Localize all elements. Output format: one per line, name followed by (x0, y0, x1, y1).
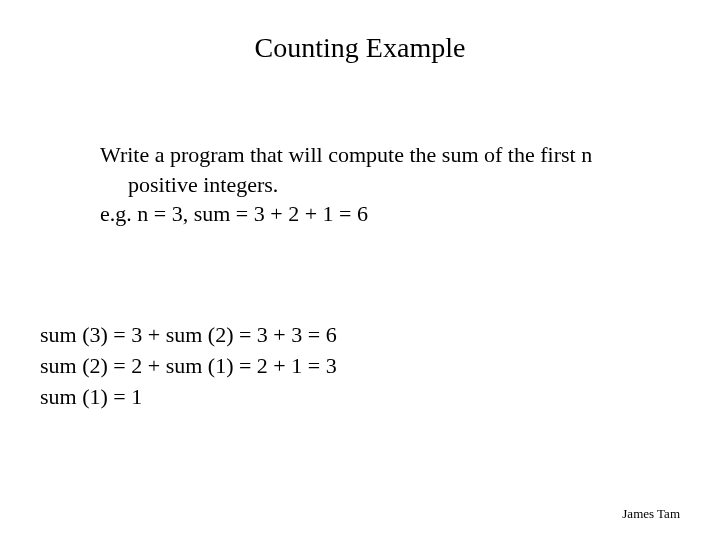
slide-title: Counting Example (0, 32, 720, 64)
slide: Counting Example Write a program that wi… (0, 0, 720, 540)
work-line-2: sum (2) = 2 + sum (1) = 2 + 1 = 3 (40, 351, 337, 382)
worked-example: sum (3) = 3 + sum (2) = 3 + 3 = 6 sum (2… (40, 320, 337, 412)
body-line-3: e.g. n = 3, sum = 3 + 2 + 1 = 6 (100, 199, 640, 229)
work-line-1: sum (3) = 3 + sum (2) = 3 + 3 = 6 (40, 320, 337, 351)
problem-statement: Write a program that will compute the su… (100, 140, 640, 229)
body-line-2: positive integers. (100, 170, 640, 200)
author-footer: James Tam (622, 506, 680, 522)
work-line-3: sum (1) = 1 (40, 382, 337, 413)
body-line-1: Write a program that will compute the su… (100, 140, 640, 170)
